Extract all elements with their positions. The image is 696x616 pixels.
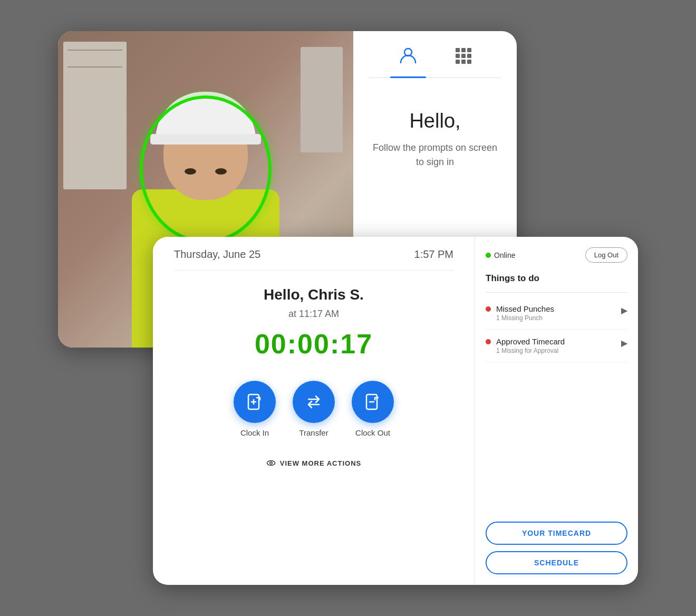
approved-timecard-subtitle: 1 Missing for Approval [496, 347, 565, 354]
missed-punches-dot [486, 306, 491, 312]
missed-punches-chevron: ▶ [621, 305, 627, 315]
svg-point-4 [270, 462, 273, 465]
online-indicator: Online [486, 251, 515, 259]
view-more-actions[interactable]: VIEW MORE ACTIONS [266, 458, 361, 468]
missed-punches-subtitle: 1 Missing Punch [496, 314, 554, 322]
time-tracking-card: Thursday, June 25 1:57 PM Hello, Chris S… [153, 237, 638, 585]
online-dot [486, 253, 491, 258]
user-greeting: Hello, Chris S. [264, 286, 364, 303]
transfer-button[interactable] [293, 381, 335, 423]
transfer-label: Transfer [299, 428, 328, 437]
todo-divider [486, 292, 627, 293]
approved-timecard-chevron: ▶ [621, 338, 627, 348]
schedule-button[interactable]: SCHEDULE [486, 551, 627, 574]
building-bg-right [301, 47, 343, 152]
right-panel: Online Log Out Things to do Missed Punch… [475, 237, 638, 585]
tab-bar [369, 42, 501, 78]
approved-timecard-dot [486, 339, 491, 344]
clock-out-label: Clock Out [355, 428, 390, 437]
datetime-bar: Thursday, June 25 1:57 PM [174, 237, 453, 271]
todo-item-approved-timecard[interactable]: Approved Timecard 1 Missing for Approval… [486, 330, 627, 362]
clock-in-wrap: Clock In [234, 381, 276, 437]
tab-grid[interactable] [447, 42, 480, 71]
your-timecard-button[interactable]: YOUR TIMECARD [486, 522, 627, 545]
todo-item-missed-punches[interactable]: Missed Punches 1 Missing Punch ▶ [486, 297, 627, 330]
view-more-label: VIEW MORE ACTIONS [280, 459, 361, 467]
elapsed-timer: 00:00:17 [255, 328, 373, 360]
bottom-buttons: YOUR TIMECARD SCHEDULE [486, 522, 627, 574]
svg-point-3 [267, 461, 275, 466]
action-buttons: Clock In Transfer [234, 381, 394, 437]
tab-person[interactable] [390, 42, 426, 71]
transfer-wrap: Transfer [293, 381, 335, 437]
clock-out-button[interactable] [352, 381, 394, 423]
online-label: Online [494, 251, 515, 259]
grid-icon [456, 46, 471, 64]
current-time: 1:57 PM [414, 248, 453, 261]
clock-in-button[interactable] [234, 381, 276, 423]
status-bar: Online Log Out [486, 247, 627, 263]
clock-in-time: at 11:17 AM [288, 309, 339, 320]
things-to-do-title: Things to do [486, 273, 627, 284]
approved-timecard-title: Approved Timecard [496, 337, 565, 346]
logout-button[interactable]: Log Out [585, 247, 627, 263]
face-detection-circle [140, 95, 272, 243]
time-card-left-panel: Thursday, June 25 1:57 PM Hello, Chris S… [153, 237, 475, 585]
current-date: Thursday, June 25 [174, 248, 260, 261]
signin-prompt: Follow the prompts on screento sign in [373, 141, 497, 169]
eye-icon [266, 458, 276, 468]
clock-in-label: Clock In [240, 428, 269, 437]
missed-punches-title: Missed Punches [496, 304, 554, 313]
hello-greeting: Hello, [409, 110, 460, 132]
clock-out-wrap: Clock Out [352, 381, 394, 437]
